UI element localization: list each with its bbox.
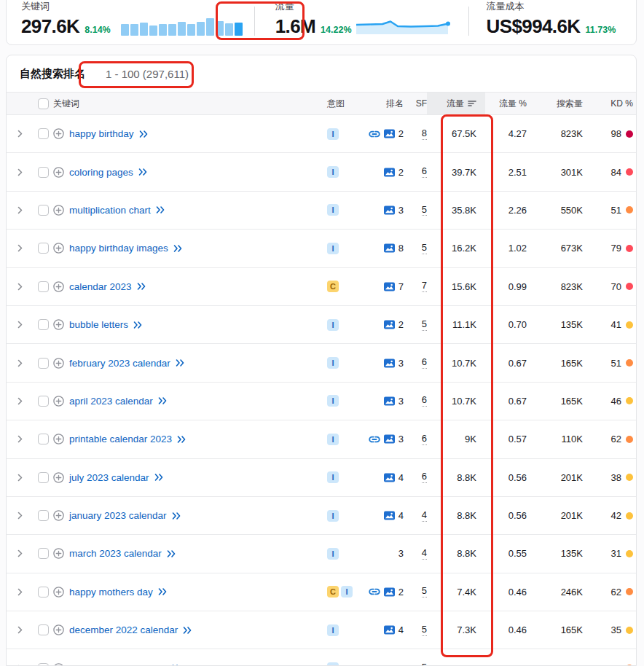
add-keyword-icon[interactable] <box>53 548 64 559</box>
row-checkbox[interactable] <box>38 205 49 216</box>
row-checkbox[interactable] <box>38 548 49 559</box>
row-checkbox[interactable] <box>38 434 49 444</box>
row-checkbox[interactable] <box>38 319 49 330</box>
row-checkbox[interactable] <box>38 587 49 598</box>
expander-cell[interactable] <box>7 206 33 214</box>
open-keyword-icon[interactable] <box>138 168 148 176</box>
intent-badge-c[interactable]: C <box>327 281 339 292</box>
add-keyword-icon[interactable] <box>53 243 64 254</box>
sf-value[interactable]: 6 <box>422 434 427 445</box>
row-checkbox[interactable] <box>38 167 49 178</box>
open-keyword-icon[interactable] <box>156 206 165 213</box>
column-header-intent[interactable]: 意图 <box>320 98 371 110</box>
column-header-sf[interactable]: SF <box>404 98 427 109</box>
expander-cell[interactable] <box>7 283 33 291</box>
add-keyword-icon[interactable] <box>53 587 64 598</box>
sf-value[interactable]: 6 <box>422 395 427 407</box>
intent-badge-i[interactable]: I <box>327 319 339 331</box>
expander-cell[interactable] <box>7 244 33 252</box>
sf-value[interactable]: 5 <box>422 205 427 216</box>
keyword-link[interactable]: october 2022 calendar <box>69 663 167 666</box>
expander-cell[interactable] <box>7 549 33 557</box>
sf-value[interactable]: 4 <box>422 510 427 522</box>
keyword-link[interactable]: bubble letters <box>69 319 128 330</box>
expander-cell[interactable] <box>7 474 33 482</box>
keyword-link[interactable]: multiplication chart <box>69 205 151 216</box>
keyword-link[interactable]: happy birthday <box>69 128 134 139</box>
sf-value[interactable]: 6 <box>422 471 427 483</box>
expander-cell[interactable] <box>7 359 33 367</box>
intent-badge-i[interactable]: I <box>327 624 339 636</box>
add-keyword-icon[interactable] <box>53 205 64 216</box>
column-header-rank[interactable]: 排名 <box>371 98 404 110</box>
select-all-checkbox[interactable] <box>38 98 49 109</box>
keyword-link[interactable]: march 2023 calendar <box>69 548 162 559</box>
intent-badge-i[interactable]: I <box>327 510 339 522</box>
add-keyword-icon[interactable] <box>53 510 64 521</box>
metric-traffic-cost[interactable]: 流量成本 US$994.6K 11.73% <box>469 0 616 44</box>
metric-traffic[interactable]: 流量 1.6M 14.22% <box>255 0 352 44</box>
row-checkbox[interactable] <box>38 624 49 635</box>
keyword-link[interactable]: december 2022 calendar <box>69 624 178 635</box>
open-keyword-icon[interactable] <box>139 130 149 138</box>
add-keyword-icon[interactable] <box>53 167 64 178</box>
column-header-keyword[interactable]: 关键词 <box>53 98 320 110</box>
intent-badge-i[interactable]: I <box>327 204 339 216</box>
sf-value[interactable]: 5 <box>422 624 427 636</box>
keyword-link[interactable]: happy mothers day <box>69 587 153 598</box>
add-keyword-icon[interactable] <box>53 624 64 635</box>
keyword-link[interactable]: april 2023 calendar <box>69 396 153 407</box>
intent-badge-i[interactable]: I <box>327 471 339 483</box>
expander-cell[interactable] <box>7 588 33 596</box>
row-checkbox[interactable] <box>38 243 49 254</box>
keyword-link[interactable]: calendar 2023 <box>69 281 132 292</box>
expander-cell[interactable] <box>7 512 33 520</box>
expander-cell[interactable] <box>7 397 33 405</box>
row-checkbox[interactable] <box>38 396 49 407</box>
open-keyword-icon[interactable] <box>167 550 176 557</box>
add-keyword-icon[interactable] <box>53 128 64 139</box>
add-keyword-icon[interactable] <box>53 319 64 330</box>
add-keyword-icon[interactable] <box>53 281 64 292</box>
intent-badge-i[interactable]: I <box>327 243 339 254</box>
open-keyword-icon[interactable] <box>176 359 185 367</box>
open-keyword-icon[interactable] <box>158 588 168 595</box>
open-keyword-icon[interactable] <box>137 283 146 290</box>
intent-badge-c[interactable]: C <box>327 586 339 598</box>
keyword-link[interactable]: coloring pages <box>69 167 133 178</box>
intent-badge-i[interactable]: I <box>341 586 353 598</box>
keyword-link[interactable]: january 2023 calendar <box>69 510 167 521</box>
sf-value[interactable]: 8 <box>422 128 427 140</box>
sf-value[interactable]: 6 <box>422 166 427 178</box>
keyword-link[interactable]: february 2023 calendar <box>69 358 170 369</box>
open-keyword-icon[interactable] <box>177 436 186 443</box>
open-keyword-icon[interactable] <box>173 245 183 252</box>
intent-badge-i[interactable]: I <box>327 128 339 140</box>
intent-badge-i[interactable]: I <box>327 395 339 407</box>
add-keyword-icon[interactable] <box>53 663 64 666</box>
expander-cell[interactable] <box>7 435 33 443</box>
sf-value[interactable]: 5 <box>422 243 427 254</box>
row-checkbox[interactable] <box>38 510 49 521</box>
sf-value[interactable]: 5 <box>422 319 427 331</box>
expander-cell[interactable] <box>7 168 33 176</box>
intent-badge-i[interactable]: I <box>327 548 339 560</box>
row-checkbox[interactable] <box>38 663 49 666</box>
sf-value[interactable]: 7 <box>422 281 427 292</box>
add-keyword-icon[interactable] <box>53 396 64 407</box>
sf-value[interactable]: 6 <box>422 357 427 369</box>
intent-badge-i[interactable]: I <box>327 357 339 369</box>
column-header-volume[interactable]: 搜索量 <box>527 98 583 110</box>
keyword-link[interactable]: july 2023 calendar <box>69 472 149 483</box>
open-keyword-icon[interactable] <box>154 474 164 481</box>
add-keyword-icon[interactable] <box>53 434 64 444</box>
sf-value[interactable]: 4 <box>422 548 427 560</box>
column-header-kd[interactable]: KD % <box>583 98 636 109</box>
intent-badge-i[interactable]: I <box>327 166 339 178</box>
open-keyword-icon[interactable] <box>158 397 168 404</box>
column-header-traffic-pct[interactable]: 流量 % <box>485 98 527 110</box>
row-checkbox[interactable] <box>38 472 49 483</box>
metric-keywords[interactable]: 关键词 297.6K 8.14% <box>7 0 111 44</box>
intent-badge-i[interactable]: I <box>327 662 339 666</box>
add-keyword-icon[interactable] <box>53 358 64 369</box>
